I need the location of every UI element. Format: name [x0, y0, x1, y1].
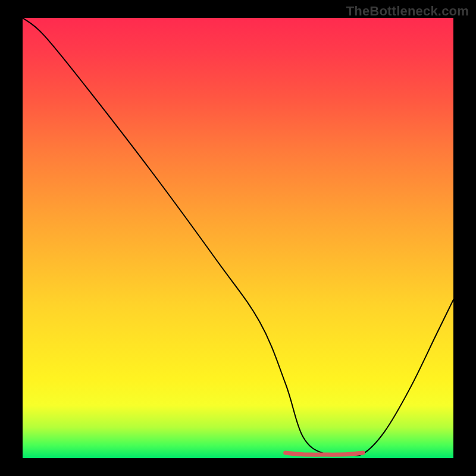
watermark-text: TheBottleneck.com: [346, 4, 469, 19]
curve-layer: [23, 18, 453, 458]
bottleneck-curve: [23, 18, 453, 456]
bottom-marker: [286, 453, 363, 455]
plot-area: [23, 18, 453, 458]
chart-frame: TheBottleneck.com: [0, 0, 476, 476]
